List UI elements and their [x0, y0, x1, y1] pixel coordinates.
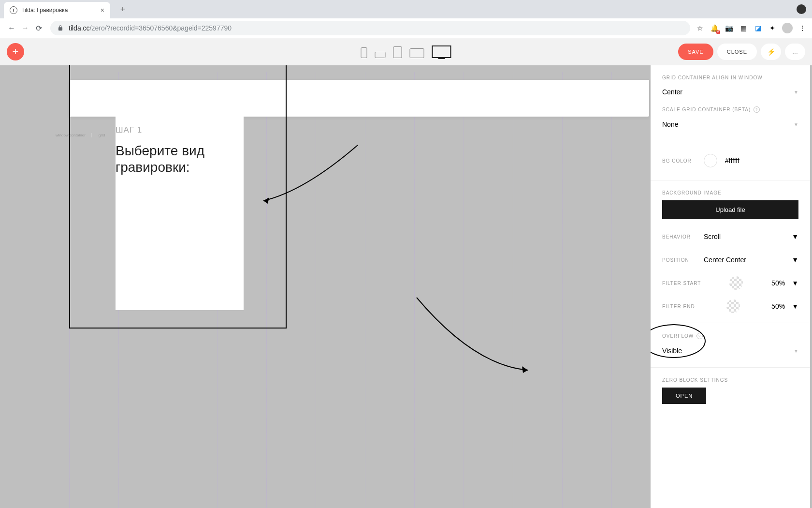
chevron-down-icon: ▼ — [792, 233, 798, 240]
bgcolor-row: BG COLOR #ffffff — [662, 151, 798, 170]
device-desktop[interactable] — [432, 45, 451, 58]
lock-icon — [57, 25, 64, 31]
addr-right-icons: ☆ 🔔5 📷 ▦ ◪ ✦ ⋮ — [695, 23, 807, 33]
bgimage-label: BACKGROUND IMAGE — [662, 190, 798, 195]
behavior-label: BEHAVIOR — [662, 234, 696, 239]
new-tab-button[interactable]: + — [116, 2, 130, 16]
position-select[interactable]: Center Center ▼ — [704, 256, 798, 264]
close-button[interactable]: CLOSE — [717, 44, 757, 60]
filter-end-label: FILTER END — [662, 304, 695, 309]
filter-end-value: 50% — [771, 302, 785, 310]
scale-select[interactable]: None ▼ — [662, 118, 798, 131]
url-host: tilda.cc — [69, 24, 90, 32]
chevron-down-icon: ▼ — [792, 256, 798, 264]
tab-close-icon[interactable]: × — [101, 6, 104, 14]
heading-text: Выберите вид гравировки: — [116, 143, 244, 175]
nav-reload-button[interactable]: ⟳ — [32, 21, 45, 35]
chevron-down-icon: ▼ — [792, 279, 798, 287]
behavior-select[interactable]: Scroll ▼ — [704, 233, 798, 240]
chevron-down-icon: ▼ — [792, 302, 798, 310]
behavior-value: Scroll — [704, 233, 721, 240]
ctx-grid-label: grid — [99, 133, 111, 137]
filter-start-value: 50% — [771, 279, 785, 287]
open-button[interactable]: OPEN — [662, 388, 706, 404]
device-tablet-landscape[interactable] — [410, 48, 424, 58]
grid-align-value: Center — [662, 88, 682, 96]
save-button[interactable]: SAVE — [678, 44, 713, 60]
overflow-section: OVERFLOW? Visible ▼ — [651, 323, 810, 368]
extension-icon-2[interactable]: ▦ — [739, 23, 748, 33]
overflow-label: OVERFLOW? — [662, 333, 798, 339]
url-path: /zero/?recordid=365076560&pageid=2259779… — [90, 24, 232, 32]
grid-align-select[interactable]: Center ▼ — [662, 85, 798, 99]
context-labels: window container grid — [56, 133, 111, 137]
toolbar-right: SAVE CLOSE ⚡ ... — [678, 44, 805, 60]
filter-start-select[interactable]: 50% ▼ — [771, 279, 798, 287]
device-preview-switcher — [361, 45, 451, 58]
bgcolor-swatch[interactable] — [704, 154, 717, 167]
add-element-button[interactable]: + — [7, 43, 24, 60]
behavior-row: BEHAVIOR Scroll ▼ — [662, 230, 798, 243]
zero-block-section: ZERO BLOCK SETTINGS OPEN — [651, 368, 810, 414]
ctx-window-label: window container — [56, 133, 92, 137]
help-icon[interactable]: ? — [754, 106, 760, 113]
editor-main-area: ШАГ 1 Выберите вид гравировки: window co… — [0, 65, 812, 508]
nav-forward-button[interactable]: → — [18, 21, 32, 35]
extensions-menu-icon[interactable]: ✦ — [768, 23, 777, 33]
lightning-button[interactable]: ⚡ — [761, 44, 781, 60]
app-toolbar: + SAVE CLOSE ⚡ ... — [0, 38, 812, 65]
profile-avatar[interactable] — [782, 23, 793, 33]
bgcolor-label: BG COLOR — [662, 158, 696, 164]
filter-start-swatch[interactable] — [729, 276, 743, 290]
filter-end-swatch[interactable] — [726, 299, 740, 313]
nav-back-button[interactable]: ← — [5, 21, 18, 35]
browser-tab[interactable]: T Tilda: Гравировка × — [4, 2, 110, 18]
header-block[interactable] — [69, 80, 649, 117]
filter-end-row: FILTER END 50% ▼ — [662, 299, 798, 313]
position-label: POSITION — [662, 257, 696, 263]
extension-icon-1[interactable]: 🔔5 — [710, 23, 719, 33]
step-label: ШАГ 1 — [116, 125, 244, 135]
tab-title: Tilda: Гравировка — [21, 7, 97, 14]
tilda-favicon: T — [10, 6, 17, 14]
extension-icon-3[interactable]: ◪ — [753, 23, 763, 33]
address-bar: ← → ⟳ tilda.cc/zero/?recordid=365076560&… — [0, 18, 812, 38]
device-tablet-portrait[interactable] — [393, 46, 402, 58]
browser-chrome: T Tilda: Гравировка × + ← → ⟳ tilda.cc/z… — [0, 0, 812, 38]
position-value: Center Center — [704, 256, 746, 264]
scale-label: SCALE GRID CONTAINER (BETA)? — [662, 106, 798, 113]
more-button[interactable]: ... — [785, 44, 805, 60]
scale-value: None — [662, 120, 678, 128]
bgcolor-section: BG COLOR #ffffff — [651, 141, 810, 180]
filter-start-row: FILTER START 50% ▼ — [662, 276, 798, 290]
filter-end-select[interactable]: 50% ▼ — [771, 302, 798, 310]
star-icon[interactable]: ☆ — [695, 23, 705, 33]
overflow-value: Visible — [662, 347, 682, 355]
device-phone-portrait[interactable] — [361, 47, 367, 58]
filter-start-label: FILTER START — [662, 281, 701, 286]
camera-icon[interactable]: 📷 — [724, 23, 734, 33]
grid-align-label: GRID CONTAINER ALIGN IN WINDOW — [662, 75, 798, 80]
content-block[interactable]: ШАГ 1 Выберите вид гравировки: — [116, 117, 244, 310]
position-row: POSITION Center Center ▼ — [662, 253, 798, 267]
account-avatar-top[interactable] — [797, 4, 806, 14]
chevron-down-icon: ▼ — [794, 122, 798, 127]
url-bar[interactable]: tilda.cc/zero/?recordid=365076560&pageid… — [50, 21, 690, 35]
overflow-select[interactable]: Visible ▼ — [662, 344, 798, 358]
lightning-icon: ⚡ — [767, 48, 775, 56]
bgimage-section: BACKGROUND IMAGE Upload file BEHAVIOR Sc… — [651, 180, 810, 323]
browser-menu-icon[interactable]: ⋮ — [798, 23, 807, 33]
chevron-down-icon: ▼ — [794, 348, 798, 354]
bgcolor-value[interactable]: #ffffff — [725, 157, 740, 164]
help-icon[interactable]: ? — [696, 333, 703, 339]
device-phone-landscape[interactable] — [375, 52, 386, 58]
tab-bar: T Tilda: Гравировка × + — [0, 0, 812, 18]
zero-block-label: ZERO BLOCK SETTINGS — [662, 377, 798, 383]
settings-panel: GRID CONTAINER ALIGN IN WINDOW Center ▼ … — [651, 65, 810, 508]
upload-file-button[interactable]: Upload file — [662, 200, 798, 219]
chevron-down-icon: ▼ — [794, 90, 798, 95]
canvas[interactable]: ШАГ 1 Выберите вид гравировки: window co… — [69, 72, 648, 508]
grid-align-section: GRID CONTAINER ALIGN IN WINDOW Center ▼ … — [651, 65, 810, 141]
